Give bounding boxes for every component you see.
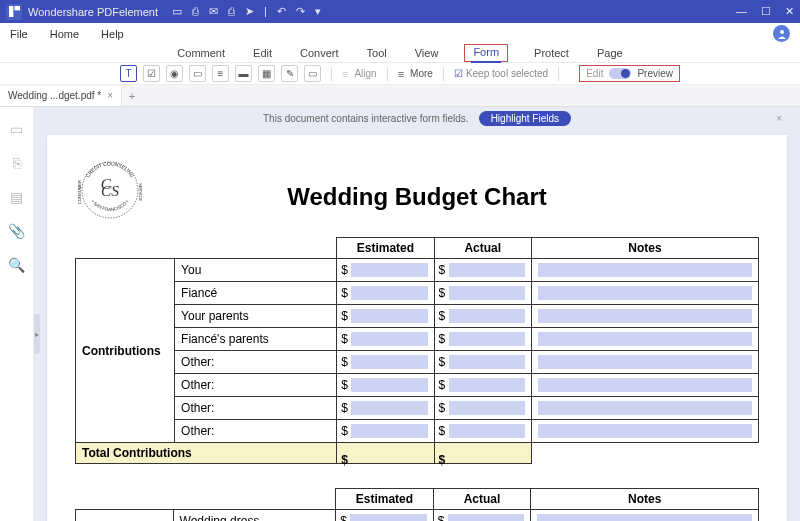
more-label[interactable]: More <box>410 68 433 79</box>
act-field[interactable] <box>434 420 531 443</box>
act-field[interactable] <box>434 351 531 374</box>
document-tabs: Wedding ...dget.pdf * × + <box>0 85 800 107</box>
est-field[interactable] <box>337 282 434 305</box>
document-tab[interactable]: Wedding ...dget.pdf * × <box>0 86 122 106</box>
notes-field[interactable] <box>531 397 758 420</box>
total-est <box>337 443 434 464</box>
user-avatar-icon[interactable] <box>773 25 790 42</box>
row-label: Other: <box>175 397 337 420</box>
notes-field[interactable] <box>531 282 758 305</box>
document-tab-label: Wedding ...dget.pdf * <box>8 90 101 101</box>
align-label: Align <box>354 68 376 79</box>
svg-text:CONSUMER: CONSUMER <box>77 180 82 204</box>
mail-icon[interactable]: ✉ <box>209 5 218 18</box>
infobar-close-icon[interactable]: × <box>776 113 782 124</box>
tab-comment[interactable]: Comment <box>175 44 227 62</box>
notes-field[interactable] <box>531 351 758 374</box>
est-field[interactable] <box>337 374 434 397</box>
minimize-icon[interactable]: — <box>736 5 747 18</box>
est-field[interactable] <box>336 510 434 522</box>
print-icon[interactable]: ⎙ <box>228 5 235 18</box>
thumbnail-icon[interactable]: ▭ <box>10 121 23 137</box>
form-info-bar: This document contains interactive form … <box>42 107 792 129</box>
menu-home[interactable]: Home <box>50 28 79 40</box>
tab-edit[interactable]: Edit <box>251 44 274 62</box>
close-tab-icon[interactable]: × <box>107 90 113 101</box>
menu-help[interactable]: Help <box>101 28 124 40</box>
undo-icon[interactable]: ↶ <box>277 5 286 18</box>
est-field[interactable] <box>337 328 434 351</box>
menu-file[interactable]: File <box>10 28 28 40</box>
text-field-icon[interactable]: T <box>120 65 137 82</box>
act-field[interactable] <box>434 282 531 305</box>
checkbox-field-icon[interactable]: ☑ <box>143 65 160 82</box>
organization-seal-icon: CREDIT COUNSELING • SAN FRANCISCO • CONS… <box>75 155 145 225</box>
date-field-icon[interactable]: ▭ <box>304 65 321 82</box>
attachment-icon[interactable]: 📎 <box>8 223 25 239</box>
act-field[interactable] <box>434 397 531 420</box>
image-field-icon[interactable]: ▦ <box>258 65 275 82</box>
est-field[interactable] <box>337 420 434 443</box>
contributions-table: Estimated Actual Notes Contributions You… <box>75 237 759 464</box>
notes-field[interactable] <box>531 305 758 328</box>
open-icon[interactable]: ▭ <box>172 5 182 18</box>
tab-form[interactable]: Form <box>471 43 501 63</box>
align-icon[interactable]: ≡ <box>342 68 348 80</box>
more-icon[interactable]: ≡ <box>398 68 404 80</box>
signature-field-icon[interactable]: ✎ <box>281 65 298 82</box>
comment-panel-icon[interactable]: ▤ <box>10 189 23 205</box>
save-icon[interactable]: ⎙ <box>192 5 199 18</box>
est-field[interactable] <box>337 305 434 328</box>
row-label: Fiancé's parents <box>175 328 337 351</box>
app-title: Wondershare PDFelement <box>28 6 158 18</box>
maximize-icon[interactable]: ☐ <box>761 5 771 18</box>
col-estimated: Estimated <box>336 489 434 510</box>
share-icon[interactable]: ➤ <box>245 5 254 18</box>
highlight-fields-button[interactable]: Highlight Fields <box>479 111 571 126</box>
tab-view[interactable]: View <box>413 44 441 62</box>
act-field[interactable] <box>434 374 531 397</box>
tab-page[interactable]: Page <box>595 44 625 62</box>
left-sidebar: ▭ ⎘ ▤ 📎 🔍 <box>0 107 34 521</box>
act-field[interactable] <box>434 305 531 328</box>
col-estimated: Estimated <box>337 238 434 259</box>
tab-tool[interactable]: Tool <box>365 44 389 62</box>
col-actual: Actual <box>434 238 531 259</box>
act-field[interactable] <box>434 328 531 351</box>
notes-field[interactable] <box>531 510 759 522</box>
notes-field[interactable] <box>531 420 758 443</box>
row-label: You <box>175 259 337 282</box>
notes-field[interactable] <box>531 259 758 282</box>
button-field-icon[interactable]: ▬ <box>235 65 252 82</box>
est-field[interactable] <box>337 259 434 282</box>
redo-icon[interactable]: ↷ <box>296 5 305 18</box>
close-icon[interactable]: ✕ <box>785 5 794 18</box>
quick-access-toolbar: ▭ ⎙ ✉ ⎙ ➤ | ↶ ↷ ▾ <box>172 5 321 18</box>
qat-dropdown-icon[interactable]: ▾ <box>315 5 321 18</box>
form-toolbar: T ☑ ◉ ▭ ≡ ▬ ▦ ✎ ▭ ≡ Align ≡ More ☑Keep t… <box>0 63 800 85</box>
edit-label: Edit <box>586 68 603 79</box>
tab-protect[interactable]: Protect <box>532 44 571 62</box>
est-field[interactable] <box>337 397 434 420</box>
add-tab-button[interactable]: + <box>122 90 142 102</box>
list-field-icon[interactable]: ≡ <box>212 65 229 82</box>
row-label: Other: <box>175 374 337 397</box>
combo-field-icon[interactable]: ▭ <box>189 65 206 82</box>
notes-field[interactable] <box>531 374 758 397</box>
edit-preview-toggle[interactable] <box>609 68 631 79</box>
keep-tool-checkbox[interactable]: ☑Keep tool selected <box>454 68 548 79</box>
qat-sep: | <box>264 5 267 18</box>
search-icon[interactable]: 🔍 <box>8 257 25 273</box>
row-label: Other: <box>175 420 337 443</box>
act-field[interactable] <box>434 259 531 282</box>
est-field[interactable] <box>337 351 434 374</box>
bookmark-icon[interactable]: ⎘ <box>13 155 21 171</box>
notes-field[interactable] <box>531 328 758 351</box>
tab-convert[interactable]: Convert <box>298 44 341 62</box>
radio-field-icon[interactable]: ◉ <box>166 65 183 82</box>
document-area: ▸ This document contains interactive for… <box>34 107 800 521</box>
pdf-page: CREDIT COUNSELING • SAN FRANCISCO • CONS… <box>47 135 787 521</box>
contributions-label: Contributions <box>76 259 175 443</box>
sidebar-expand-handle[interactable]: ▸ <box>34 314 40 354</box>
act-field[interactable] <box>433 510 531 522</box>
